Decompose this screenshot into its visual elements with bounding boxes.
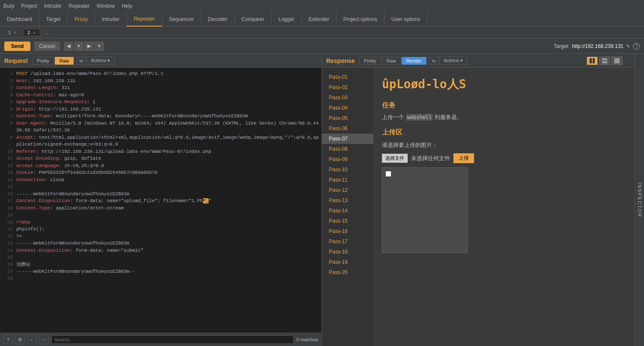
- task-description: 上传一个 webshell 到服务器。: [382, 113, 626, 121]
- request-raw-btn[interactable]: Raw: [55, 57, 74, 65]
- sidebar-pass-05[interactable]: Pass-05: [322, 113, 373, 123]
- response-view-group: Pretty Raw Render: [359, 57, 426, 65]
- sidebar-pass-11[interactable]: Pass-11: [322, 175, 373, 185]
- target-info: Target: http://192.168.239.131 ✎ ?: [554, 43, 640, 50]
- svg-rect-1: [593, 58, 595, 63]
- menu-help[interactable]: Help: [122, 3, 132, 9]
- upload-prompt-text: 请选择要上传的图片：: [382, 141, 438, 149]
- upload-section-title: 上传区: [382, 128, 626, 137]
- request-pretty-btn[interactable]: Pretty: [32, 57, 54, 65]
- sidebar-pass-09[interactable]: Pass-09: [322, 154, 373, 164]
- sidebar-pass-03[interactable]: Pass-03: [322, 92, 373, 103]
- response-actions-btn[interactable]: Actions ▾: [439, 57, 468, 65]
- search-prev-btn[interactable]: ←: [27, 335, 37, 344]
- sidebar-pass-01[interactable]: Pass-01: [322, 72, 373, 82]
- file-input-row: 选择文件 未选择任何文件 上传: [382, 153, 626, 163]
- search-settings-btn[interactable]: ⚙: [15, 335, 25, 344]
- image-preview-box: [382, 167, 468, 253]
- upload-section: 上传区 请选择要上传的图片： 选择文件 未选择任何文件 上传: [382, 128, 626, 253]
- tab-comparer[interactable]: Comparer: [235, 12, 271, 27]
- split-horizontal-btn[interactable]: [587, 57, 598, 65]
- tab-repeater[interactable]: Repeater: [127, 12, 162, 27]
- svg-rect-3: [602, 61, 607, 63]
- tab-proxy[interactable]: Proxy: [68, 12, 95, 27]
- response-raw-btn[interactable]: Raw: [382, 57, 401, 65]
- response-newline-btn[interactable]: \n: [429, 57, 439, 65]
- target-label: Target:: [554, 43, 569, 49]
- sidebar-pass-06[interactable]: Pass-06: [322, 123, 373, 134]
- help-icon[interactable]: ?: [633, 43, 640, 50]
- menu-intruder[interactable]: Intruder: [44, 3, 62, 9]
- menu-project[interactable]: Project: [21, 3, 37, 9]
- nav-prev-button[interactable]: ◀: [64, 42, 73, 51]
- sidebar-pass-02[interactable]: Pass-02: [322, 82, 373, 92]
- menu-burp[interactable]: Burp: [3, 3, 14, 9]
- tab-user-options[interactable]: User options: [385, 12, 427, 27]
- toolbar: Send Cancel ◀ ▾ ▶ ▾ Target: http://192.1…: [0, 39, 644, 54]
- nav-next-dropdown-button[interactable]: ▾: [95, 42, 104, 51]
- nav-tabbar: Dashboard Target Proxy Intruder Repeater…: [0, 12, 644, 27]
- request-actions-btn[interactable]: Actions ▾: [86, 57, 115, 65]
- response-header: Response Pretty Raw Render \n Actions ▾: [322, 54, 635, 68]
- no-file-text: 未选择任何文件: [411, 155, 450, 162]
- sidebar-pass-14[interactable]: Pass-14: [322, 206, 373, 216]
- tab-extender[interactable]: Extender: [302, 12, 337, 27]
- repeater-tab-2[interactable]: 2 ×: [23, 29, 40, 36]
- search-next-btn[interactable]: →: [39, 335, 49, 344]
- response-main-content: ûpLoød-lo人S 任务 上传一个 webshell 到服务器。 上传区 请…: [373, 68, 635, 346]
- request-title: Request: [4, 57, 28, 64]
- file-select-row: 请选择要上传的图片：: [382, 141, 626, 149]
- svg-rect-4: [614, 58, 620, 63]
- inspector-sidebar[interactable]: INSPECTOR: [635, 54, 644, 346]
- menu-window[interactable]: Window: [96, 3, 115, 9]
- tab-target[interactable]: Target: [39, 12, 68, 27]
- nav-prev-dropdown-button[interactable]: ▾: [74, 42, 83, 51]
- tab-logger[interactable]: Logger: [271, 12, 301, 27]
- response-panel: Response Pretty Raw Render \n Actions ▾: [322, 54, 635, 346]
- sidebar-pass-04[interactable]: Pass-04: [322, 103, 373, 113]
- request-panel: Request Pretty Raw \n Actions ▾ 1POST /u…: [0, 54, 322, 346]
- sidebar-pass-15[interactable]: Pass-15: [322, 216, 373, 226]
- edit-target-icon[interactable]: ✎: [626, 43, 630, 49]
- sidebar-pass-08[interactable]: Pass-08: [322, 144, 373, 154]
- request-newline-btn[interactable]: \n: [76, 57, 86, 65]
- response-pretty-btn[interactable]: Pretty: [359, 57, 381, 65]
- sidebar-pass-17[interactable]: Pass-17: [322, 236, 373, 247]
- tab-decoder[interactable]: Decoder: [201, 12, 235, 27]
- sidebar-pass-12[interactable]: Pass-12: [322, 185, 373, 195]
- sidebar-pass-16[interactable]: Pass-16: [322, 226, 373, 236]
- svg-rect-2: [602, 58, 607, 60]
- request-view-group: Pretty Raw: [32, 57, 74, 65]
- menu-repeater[interactable]: Repeater: [69, 3, 89, 9]
- cancel-button[interactable]: Cancel: [34, 42, 60, 51]
- nav-next-button[interactable]: ▶: [84, 42, 94, 51]
- repeater-tab-more[interactable]: ...: [42, 30, 51, 36]
- preview-img-icon: [386, 171, 391, 176]
- upload-button[interactable]: 上传: [453, 153, 474, 163]
- repeater-tabs: 1 × 2 × ...: [0, 27, 644, 39]
- tab-sequencer[interactable]: Sequencer: [162, 12, 201, 27]
- request-code-area[interactable]: 1POST /upload-labs-env/WWW/Pass-07/index…: [0, 68, 322, 333]
- sidebar-pass-18[interactable]: Pass-18: [322, 247, 373, 257]
- sidebar-pass-07[interactable]: Pass-07: [322, 134, 373, 144]
- split-vertical-btn[interactable]: [599, 57, 610, 65]
- sidebar-pass-13[interactable]: Pass-13: [322, 195, 373, 206]
- help-search-btn[interactable]: ?: [3, 335, 13, 344]
- send-button[interactable]: Send: [4, 42, 30, 51]
- sidebar-pass-10[interactable]: Pass-10: [322, 164, 373, 175]
- view-toggle-group: [587, 57, 623, 65]
- tab-project-options[interactable]: Project options: [337, 12, 385, 27]
- tab-dashboard[interactable]: Dashboard: [0, 12, 39, 27]
- sidebar-pass-19[interactable]: Pass-19: [322, 257, 373, 267]
- sidebar-pass-20[interactable]: Pass-20: [322, 267, 373, 277]
- response-title: Response: [326, 57, 355, 64]
- tab-intruder[interactable]: Intruder: [95, 12, 127, 27]
- choose-file-button[interactable]: 选择文件: [382, 154, 408, 163]
- single-view-btn[interactable]: [611, 57, 623, 65]
- task-section: 任务 上传一个 webshell 到服务器。: [382, 101, 626, 121]
- response-render-btn[interactable]: Render: [402, 57, 426, 65]
- search-input[interactable]: [51, 335, 294, 344]
- task-title: 任务: [382, 101, 626, 110]
- repeater-tab-1[interactable]: 1 ×: [3, 29, 21, 36]
- main-content: Request Pretty Raw \n Actions ▾ 1POST /u…: [0, 54, 644, 346]
